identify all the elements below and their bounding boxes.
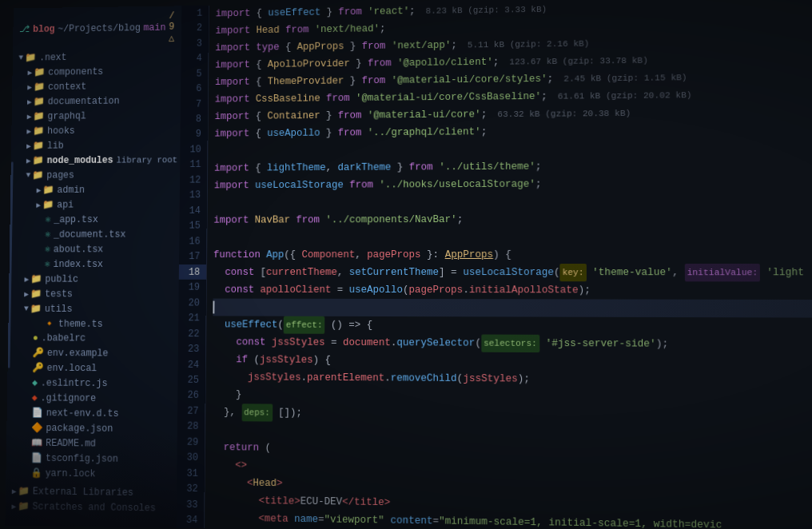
tree-item-node-modules[interactable]: ▶ 📁 node_modules library root [11, 152, 181, 168]
item-label: _app.tsx [54, 214, 98, 225]
tree-item-next[interactable]: ▼ 📁 .next [13, 49, 181, 66]
item-label: public [45, 273, 78, 284]
code-line-18 [213, 299, 812, 318]
line-num-10: 10 [180, 142, 207, 157]
arrow-icon: ▶ [26, 156, 31, 165]
line-num-23: 23 [178, 341, 205, 357]
tree-item-tsconfig[interactable]: 📄 tsconfig.json [6, 450, 177, 467]
tree-item-package-json[interactable]: 🔶 package.json [6, 420, 177, 437]
tree-item-lib[interactable]: ▶ 📁 lib [11, 137, 181, 153]
tree-item-next-env[interactable]: 📄 next-env.d.ts [7, 405, 178, 422]
line-num-29: 29 [177, 435, 205, 451]
arrow-icon: ▼ [24, 304, 29, 313]
line-num-26: 26 [177, 388, 205, 404]
tree-item-readme[interactable]: 📖 README.md [6, 435, 177, 451]
line-num-30: 30 [177, 450, 205, 466]
ide-wrapper: ⎇ blog ~/Projects/blog main / 9 △ ▼ 📁 .n… [5, 0, 812, 529]
folder-icon: 📁 [25, 52, 36, 64]
tree-item-eslintrc[interactable]: ◆ .eslintrc.js [7, 375, 177, 391]
arrow-icon: ▶ [27, 82, 32, 92]
code-line-13: import NavBar from '../components/NavBar… [213, 210, 812, 229]
item-label: README.md [46, 437, 96, 449]
tree-item-graphql[interactable]: ▶ 📁 graphql [12, 108, 181, 124]
line-num-5: 5 [181, 66, 208, 82]
item-label: context [48, 81, 86, 92]
file-icon: ⚛ [45, 213, 50, 225]
item-label: lib [47, 140, 64, 151]
folder-icon: 📁 [33, 125, 45, 137]
tree-item-index-tsx[interactable]: ⚛ index.tsx [10, 257, 180, 272]
code-line-16: const [ currentTheme , setCurrentTheme ]… [213, 264, 812, 281]
tree-item-public[interactable]: ▶ 📁 public [9, 272, 179, 287]
line-num-33: 33 [177, 497, 205, 513]
tree-item-pages[interactable]: ▼ 📁 pages [10, 167, 180, 183]
line-num-28: 28 [177, 419, 205, 435]
tree-item-components[interactable]: ▶ 📁 components [12, 63, 181, 80]
file-tree-sidebar: ⎇ blog ~/Projects/blog main / 9 △ ▼ 📁 .n… [5, 6, 181, 527]
tree-item-app-tsx[interactable]: ⚛ _app.tsx [10, 212, 179, 227]
file-icon: 🔒 [30, 467, 42, 479]
tree-item-api[interactable]: ▶ 📁 api [10, 197, 180, 212]
line-num-15: 15 [179, 218, 206, 233]
tree-item-utils[interactable]: ▼ 📁 utils [9, 301, 179, 316]
item-label: utils [45, 304, 73, 315]
code-editor[interactable]: import { useEffect } from 'react' ; 8.23… [205, 0, 812, 529]
tree-item-gitignore[interactable]: ◆ .gitignore [7, 390, 178, 406]
tree-item-scratches[interactable]: ▶ 📁 Scratches and Consoles [6, 499, 177, 516]
folder-icon: 📁 [32, 154, 44, 166]
line-num-2: 2 [181, 21, 209, 36]
tree-item-hooks[interactable]: ▶ 📁 hooks [11, 122, 180, 138]
line-num-31: 31 [177, 466, 205, 482]
file-icon: 📖 [31, 437, 43, 449]
folder-icon: 📁 [34, 66, 46, 78]
item-label: index.tsx [53, 259, 103, 270]
line-num-18: 18 [179, 264, 206, 280]
file-icon: ◆ [32, 377, 38, 389]
tree-item-documentation[interactable]: ▶ 📁 documentation [12, 93, 181, 109]
item-label: env.local [47, 362, 98, 373]
folder-icon: 📁 [33, 140, 45, 152]
tree-item-tests[interactable]: ▶ 📁 tests [9, 286, 179, 301]
tree-item-env-local[interactable]: 🔑 env.local [7, 360, 177, 376]
arrow-icon: ▶ [12, 487, 17, 496]
tree-item-theme-ts[interactable]: 🔸 theme.ts [8, 316, 178, 332]
folder-icon: 📁 [42, 199, 54, 211]
line-num-8: 8 [181, 112, 208, 127]
code-line-12 [213, 192, 812, 212]
item-label: admin [57, 185, 85, 196]
file-icon: 🔸 [44, 318, 56, 330]
text-cursor [213, 301, 214, 314]
folder-icon: 📁 [18, 500, 30, 512]
folder-icon: 📁 [32, 169, 44, 181]
item-label: Scratches and Consoles [32, 501, 155, 514]
tree-item-admin[interactable]: ▶ 📁 admin [10, 182, 180, 197]
item-label: api [57, 199, 74, 210]
repo-name: blog [33, 23, 55, 34]
arrow-icon: ▶ [11, 501, 16, 511]
tree-item-document-tsx[interactable]: ⚛ _document.tsx [10, 227, 179, 242]
branch-name: main [144, 22, 166, 34]
folder-icon: 📁 [30, 303, 42, 315]
arrow-icon: ▶ [37, 185, 42, 195]
line-num-12: 12 [180, 173, 207, 188]
tree-item-babelrc[interactable]: ● .babelrc [8, 331, 178, 346]
item-label: package.json [46, 423, 113, 435]
folder-icon: 📁 [18, 485, 30, 497]
line-num-25: 25 [177, 372, 205, 388]
line-numbers-column: 1 2 3 4 5 6 7 8 9 10 11 12 13 14 15 16 1… [177, 6, 209, 528]
line-num-1: 1 [181, 6, 209, 21]
line-num-13: 13 [180, 188, 207, 203]
arrow-icon: ▶ [26, 126, 31, 136]
line-num-21: 21 [178, 311, 205, 326]
item-label: theme.ts [58, 318, 103, 329]
tree-item-context[interactable]: ▶ 📁 context [12, 78, 181, 95]
tree-item-env-example[interactable]: 🔑 env.example [8, 345, 178, 361]
tree-item-yarn-lock[interactable]: 🔒 yarn.lock [6, 465, 177, 482]
repo-path: ~/Projects/blog [58, 22, 141, 34]
item-label: documentation [48, 95, 120, 106]
tree-item-about-tsx[interactable]: ⚛ about.tsx [10, 241, 179, 257]
code-line-17: const apolloClient = useApollo ( pagePro… [213, 281, 812, 300]
item-label: hooks [47, 125, 75, 137]
line-num-32: 32 [177, 481, 205, 497]
line-num-6: 6 [181, 82, 208, 97]
